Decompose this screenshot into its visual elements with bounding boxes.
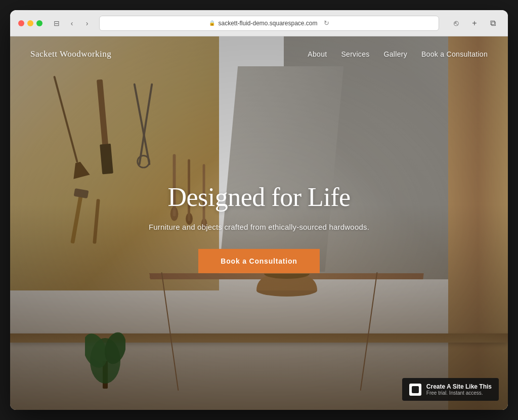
lock-icon: 🔒 [209,20,215,26]
squarespace-logo-inner [412,386,419,393]
tabs-button[interactable]: ⧉ [486,16,500,30]
badge-title: Create A Site Like This [426,383,492,390]
navigation: Sackett Woodworking About Services Galle… [10,36,508,72]
browser-controls: ⊟ ‹ › [51,17,93,29]
badge-subtitle: Free trial. Instant access. [426,390,492,396]
share-button[interactable]: ⎋ [449,16,463,30]
hero-content: Designed for Life Furniture and objects … [107,182,411,273]
back-button[interactable]: ‹ [66,17,78,29]
squarespace-logo [409,384,421,396]
traffic-light-green[interactable] [36,20,42,26]
address-bar[interactable]: 🔒 sackett-fluid-demo.squarespace.com ↻ [99,16,439,31]
traffic-lights [18,20,42,26]
traffic-light-yellow[interactable] [27,20,33,26]
hero-cta-button[interactable]: Book a Consultation [198,249,319,273]
traffic-light-red[interactable] [18,20,24,26]
squarespace-badge[interactable]: Create A Site Like This Free trial. Inst… [402,378,499,401]
nav-links: About Services Gallery Book a Consultati… [308,50,488,58]
url-text: sackett-fluid-demo.squarespace.com [218,20,317,27]
nav-link-gallery[interactable]: Gallery [384,50,407,58]
nav-link-about[interactable]: About [308,50,327,58]
forward-button[interactable]: › [81,17,93,29]
browser-window: ⊟ ‹ › 🔒 sackett-fluid-demo.squarespace.c… [10,10,508,410]
nav-link-services[interactable]: Services [341,50,369,58]
sidebar-toggle-button[interactable]: ⊟ [51,17,63,29]
browser-actions: ⎋ + ⧉ [449,16,500,30]
hero-subtitle: Furniture and objects crafted from ethic… [107,222,411,233]
site-logo[interactable]: Sackett Woodworking [30,49,111,59]
nav-link-book-consultation[interactable]: Book a Consultation [421,50,488,58]
browser-chrome: ⊟ ‹ › 🔒 sackett-fluid-demo.squarespace.c… [10,10,508,36]
badge-text: Create A Site Like This Free trial. Inst… [426,383,492,396]
website: Sackett Woodworking About Services Galle… [10,36,508,410]
reload-icon[interactable]: ↻ [324,19,329,27]
hero-title: Designed for Life [107,182,411,213]
new-tab-button[interactable]: + [467,16,482,30]
